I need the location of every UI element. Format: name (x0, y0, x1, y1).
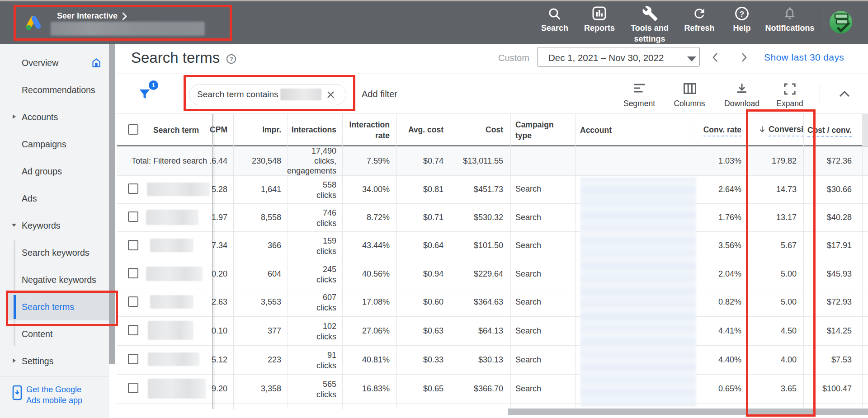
svg-text:?: ? (740, 10, 744, 19)
svg-text:?: ? (229, 56, 233, 62)
